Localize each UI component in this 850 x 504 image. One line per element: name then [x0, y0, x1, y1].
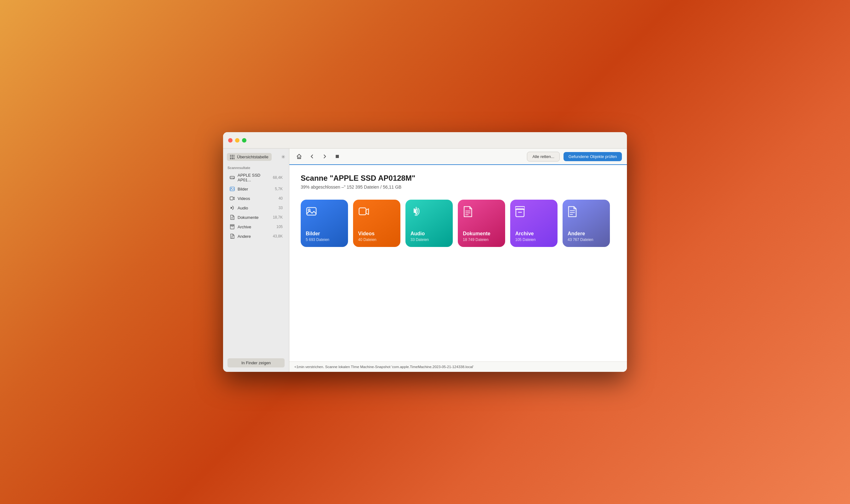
videos-card-name: Videos [358, 231, 395, 236]
sidebar-item-bilder[interactable]: Bilder 5,7K [225, 184, 287, 193]
bilder-label: Bilder [237, 187, 272, 192]
dokumente-count: 18,7K [273, 215, 283, 219]
video-icon [229, 196, 235, 201]
svg-rect-5 [230, 197, 233, 200]
spinner-icon: ✳ [281, 154, 285, 160]
minimize-button[interactable] [235, 138, 240, 143]
archive-icon [229, 224, 235, 230]
other-icon [229, 233, 235, 239]
drive-icon [229, 175, 235, 180]
svg-rect-8 [230, 226, 234, 229]
sidebar-item-dokumente[interactable]: Dokumente 18,7K [225, 213, 287, 222]
bilder-card-name: Bilder [306, 231, 343, 236]
category-card-andere[interactable]: Andere 43 767 Dateien [563, 200, 610, 247]
svg-point-17 [308, 209, 310, 211]
svg-rect-9 [230, 224, 234, 226]
status-text: <1min verstrichen. Scanne lokalen TIme M… [295, 365, 474, 369]
show-in-finder-button[interactable]: In Finder zeigen [228, 358, 285, 367]
andere-card-count: 43 767 Dateien [568, 237, 605, 242]
document-icon [229, 214, 235, 220]
andere-count: 43,8K [273, 234, 283, 238]
andere-card-icon [568, 206, 605, 217]
archive-card-name: Archive [515, 231, 552, 236]
sidebar-item-andere[interactable]: Andere 43,8K [225, 232, 287, 241]
dokumente-card-count: 18 749 Dateien [463, 237, 500, 242]
dokumente-card-icon [463, 206, 500, 217]
home-button[interactable] [295, 152, 304, 161]
svg-rect-15 [336, 155, 339, 158]
category-card-dokumente[interactable]: Dokumente 18 749 Dateien [458, 200, 505, 247]
videos-card-count: 40 Dateien [358, 237, 395, 242]
videos-card-bottom: Videos 40 Dateien [358, 231, 395, 242]
gefundene-objekte-button[interactable]: Gefundene Objekte prüfen [564, 152, 622, 161]
category-card-videos[interactable]: Videos 40 Dateien [353, 200, 401, 247]
sidebar-footer: In Finder zeigen [223, 354, 289, 372]
audio-label: Audio [237, 205, 276, 210]
category-card-archive[interactable]: Archive 105 Dateien [510, 200, 557, 247]
dokumente-label: Dokumente [237, 215, 270, 220]
sidebar-item-audio[interactable]: Audio 33 [225, 203, 287, 212]
bilder-card-bottom: Bilder 5 693 Dateien [306, 231, 343, 242]
scan-subtitle: 39% abgeschlossen –" 152 395 Dateien / 5… [301, 184, 616, 190]
videos-count: 40 [279, 196, 283, 201]
bilder-count: 5,7K [275, 187, 283, 191]
dokumente-card-name: Dokumente [463, 231, 500, 236]
sidebar-header: Übersichtstabelle ✳ [223, 148, 289, 164]
svg-point-2 [233, 178, 234, 179]
audio-card-count: 33 Dateien [410, 237, 448, 242]
content-body: Scanne "APPLE SSD AP0128M" 39% abgeschlo… [289, 165, 627, 361]
scan-title: Scanne "APPLE SSD AP0128M" [301, 174, 616, 183]
archive-card-count: 105 Dateien [515, 237, 552, 242]
status-bar: <1min verstrichen. Scanne lokalen TIme M… [289, 361, 627, 372]
sidebar-item-ssd[interactable]: APPLE SSD AP01... 68,4K [225, 171, 287, 184]
bilder-card-icon [306, 206, 343, 217]
titlebar [223, 132, 627, 148]
forward-button[interactable] [320, 152, 329, 161]
toolbar: Alle retten... Gefundene Objekte prüfen [289, 148, 627, 165]
sidebar: Übersichtstabelle ✳ Scanresultate APPLE … [223, 148, 289, 372]
app-window: Übersichtstabelle ✳ Scanresultate APPLE … [223, 132, 627, 372]
dokumente-card-bottom: Dokumente 18 749 Dateien [463, 231, 500, 242]
overview-label: Übersichtstabelle [237, 155, 268, 159]
audio-card-bottom: Audio 33 Dateien [410, 231, 448, 242]
archive-card-bottom: Archive 105 Dateien [515, 231, 552, 242]
andere-card-bottom: Andere 43 767 Dateien [568, 231, 605, 242]
grid-icon [230, 155, 234, 159]
category-card-audio[interactable]: Audio 33 Dateien [405, 200, 453, 247]
bilder-card-count: 5 693 Dateien [306, 237, 343, 242]
videos-label: Videos [237, 196, 276, 201]
category-card-bilder[interactable]: Bilder 5 693 Dateien [301, 200, 348, 247]
alle-retten-button[interactable]: Alle retten... [527, 152, 560, 161]
audio-count: 33 [279, 205, 283, 210]
sidebar-section-label: Scanresultate [223, 164, 289, 171]
videos-card-icon [358, 206, 395, 217]
image-icon [229, 186, 235, 192]
maximize-button[interactable] [242, 138, 246, 143]
svg-rect-14 [299, 157, 300, 159]
traffic-lights [228, 138, 246, 143]
ssd-label: APPLE SSD AP01... [237, 173, 270, 182]
andere-card-name: Andere [568, 231, 605, 236]
audio-icon [229, 205, 235, 211]
category-grid: Bilder 5 693 Dateien Videos [301, 200, 616, 247]
svg-rect-18 [359, 208, 366, 215]
sidebar-item-videos[interactable]: Videos 40 [225, 194, 287, 203]
svg-point-19 [414, 214, 418, 216]
stop-button[interactable] [333, 152, 342, 161]
ssd-count: 68,4K [273, 175, 283, 180]
archive-count: 105 [277, 224, 283, 229]
main-layout: Übersichtstabelle ✳ Scanresultate APPLE … [223, 148, 627, 372]
sidebar-item-archive[interactable]: Archive 105 [225, 222, 287, 231]
audio-card-icon [410, 206, 448, 217]
svg-rect-16 [307, 208, 316, 215]
archive-label: Archive [237, 224, 274, 229]
svg-rect-23 [516, 209, 524, 217]
audio-card-name: Audio [410, 231, 448, 236]
overview-table-button[interactable]: Übersichtstabelle [227, 153, 272, 161]
andere-label: Andere [237, 234, 270, 239]
back-button[interactable] [308, 152, 317, 161]
content-area: Alle retten... Gefundene Objekte prüfen … [289, 148, 627, 372]
archive-card-icon [515, 206, 552, 217]
close-button[interactable] [228, 138, 232, 143]
